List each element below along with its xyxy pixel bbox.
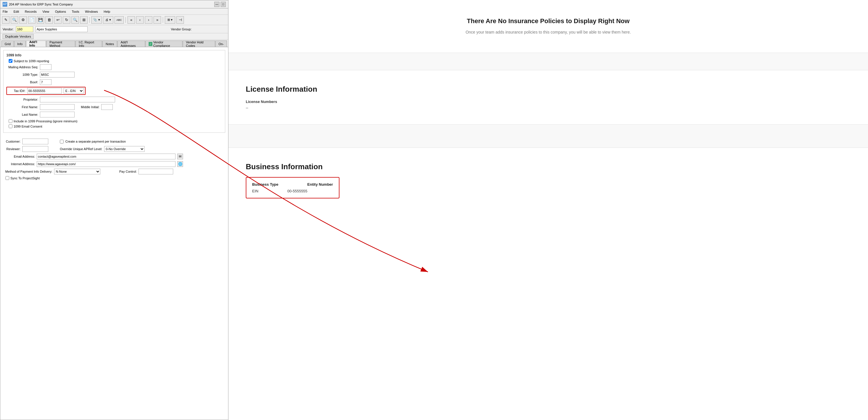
- tab-on[interactable]: On-: [215, 40, 227, 47]
- toolbar-search[interactable]: 🔍: [71, 16, 79, 24]
- maximize-button[interactable]: □: [221, 2, 226, 7]
- toolbar-delete[interactable]: 🗑: [45, 16, 53, 24]
- pay-control-input[interactable]: [138, 169, 173, 174]
- pay-control-label: Pay Control:: [105, 170, 137, 173]
- content-area: 1099 Info Subject to 1099 reporting Mail…: [0, 47, 228, 420]
- proprietor-input[interactable]: [40, 97, 115, 102]
- toolbar-grid[interactable]: ⊞: [80, 16, 88, 24]
- right-panel: There Are No Insurance Policies to Displ…: [228, 0, 868, 420]
- business-section: Business Information Business Type Entit…: [228, 148, 868, 213]
- toolbar-abc[interactable]: ABC: [115, 16, 124, 24]
- app-icon: AP: [3, 2, 7, 7]
- tab-addl-info[interactable]: Add'l Info: [26, 40, 46, 47]
- toolbar-settings[interactable]: ⚙: [19, 16, 27, 24]
- tax-id-label: Tax ID#:: [8, 89, 26, 93]
- sync-projectsight-label: Sync To ProjectSight: [10, 176, 40, 180]
- subject-1099-checkbox[interactable]: [9, 59, 12, 63]
- separate-payment-checkbox[interactable]: [60, 140, 64, 144]
- include-1099-label: Include in 1099 Processing (ignore minim…: [13, 119, 78, 123]
- include-1099-checkbox[interactable]: [9, 119, 12, 123]
- middle-initial-input[interactable]: [101, 104, 113, 110]
- business-table: Business Type Entity Number EIN 00-55555…: [246, 177, 339, 199]
- sync-projectsight-checkbox[interactable]: [5, 176, 9, 180]
- entity-number-header: Entity Number: [307, 182, 333, 186]
- business-type-value: EIN: [252, 189, 258, 193]
- toolbar-print[interactable]: 🖨 ▾: [103, 16, 113, 24]
- reviewer-input[interactable]: [22, 146, 48, 152]
- internet-address-input[interactable]: [37, 161, 176, 167]
- tab-addl-addresses[interactable]: Add'l Addresses: [117, 40, 145, 47]
- 1099-type-input[interactable]: [40, 72, 74, 78]
- toolbar-end[interactable]: ⊣: [176, 16, 184, 24]
- duplicate-vendors-button[interactable]: Duplicate Vendors: [3, 34, 34, 39]
- tabs-row: Grid Info Add'l Info Payment Method I.C.…: [0, 40, 228, 47]
- toolbar-first[interactable]: «: [127, 16, 135, 24]
- vendor-row: Vendor: Vendor Group:: [0, 25, 228, 33]
- menu-records[interactable]: Records: [24, 9, 38, 13]
- last-name-label: Last Name:: [6, 113, 38, 116]
- duplicate-vendors-bar: Duplicate Vendors: [0, 33, 228, 40]
- toolbar: ✎ 🔍 ⚙ 📄 💾 🗑 ↩ ↻ 🔍 ⊞ 📎 ▾ 🖨 ▾ ABC « ‹ › » …: [0, 15, 228, 25]
- mailing-address-input[interactable]: [40, 64, 52, 70]
- tab-vendor-compliance[interactable]: ✓ Vendor Compliance: [146, 40, 182, 47]
- first-name-label: First Name:: [6, 105, 38, 109]
- toolbar-refresh[interactable]: ↻: [63, 16, 70, 24]
- customer-label: Customer:: [3, 140, 21, 143]
- override-select[interactable]: 0-No Override 1-Override: [104, 146, 145, 152]
- toolbar-next[interactable]: ›: [145, 16, 152, 24]
- toolbar-attach[interactable]: 📎 ▾: [91, 16, 102, 24]
- minimize-button[interactable]: —: [214, 2, 219, 7]
- tab-vendor-hold-codes[interactable]: Vendor Hold Codes: [183, 40, 215, 47]
- menu-tools[interactable]: Tools: [70, 9, 81, 13]
- toolbar-doc[interactable]: 📄: [28, 16, 36, 24]
- toolbar-last[interactable]: »: [154, 16, 161, 24]
- toolbar-undo[interactable]: ↩: [54, 16, 62, 24]
- toolbar-new[interactable]: ✎: [2, 16, 9, 24]
- menu-windows[interactable]: Windows: [84, 9, 99, 13]
- menu-file[interactable]: File: [1, 9, 9, 13]
- menu-edit[interactable]: Edit: [12, 9, 20, 13]
- tax-id-highlighted-row: Tax ID#: E - EIN S - SSN O - Other: [6, 87, 86, 95]
- toolbar-table[interactable]: ⊞ ▾: [165, 16, 175, 24]
- customer-input[interactable]: [22, 139, 48, 144]
- email-address-input[interactable]: [37, 154, 176, 159]
- toolbar-prev[interactable]: ‹: [136, 16, 144, 24]
- title-bar: AP 204 AP Vendors for ERP Sync Test Comp…: [0, 0, 228, 8]
- first-name-row: First Name: Middle Initial:: [6, 104, 222, 110]
- proprietor-label: Proprietor:: [6, 98, 38, 101]
- business-table-row: EIN 00-5555555: [252, 189, 333, 193]
- email-address-row: Email Address: ✉: [3, 154, 225, 159]
- window-title: 204 AP Vendors for ERP Sync Test Company: [9, 3, 73, 6]
- last-name-input[interactable]: [40, 112, 74, 117]
- email-icon-button[interactable]: ✉: [177, 154, 183, 159]
- menu-options[interactable]: Options: [54, 9, 67, 13]
- first-name-input[interactable]: [40, 104, 74, 110]
- vendor-number-input[interactable]: [16, 26, 33, 32]
- tab-payment-method[interactable]: Payment Method: [46, 40, 75, 47]
- mailing-address-label: Mailing Address Seq:: [6, 65, 38, 69]
- menu-help[interactable]: Help: [103, 9, 112, 13]
- license-section: License Information License Numbers --: [228, 70, 868, 125]
- box-num-input[interactable]: [40, 79, 52, 85]
- separator-3: [163, 17, 163, 23]
- license-numbers-label: License Numbers: [246, 99, 851, 104]
- method-pay-select[interactable]: N-None E-Email F-Fax: [54, 169, 100, 174]
- section-1099: 1099 Info Subject to 1099 reporting Mail…: [3, 50, 225, 133]
- insurance-title: There Are No Insurance Policies to Displ…: [252, 17, 845, 25]
- email-consent-checkbox[interactable]: [9, 124, 12, 128]
- tax-id-type-select[interactable]: E - EIN S - SSN O - Other: [64, 88, 84, 94]
- tab-ic-report[interactable]: I.C. Report Info: [75, 40, 102, 47]
- toolbar-save[interactable]: 💾: [37, 16, 44, 24]
- email-address-label: Email Address:: [3, 155, 35, 158]
- spacer-1: [228, 53, 868, 70]
- tab-notes[interactable]: Notes: [102, 40, 117, 47]
- email-consent-row: 1099 Email Consent: [9, 124, 222, 128]
- menu-view[interactable]: View: [41, 9, 51, 13]
- tab-grid[interactable]: Grid: [1, 40, 14, 47]
- tab-info[interactable]: Info: [14, 40, 26, 47]
- include-1099-row: Include in 1099 Processing (ignore minim…: [9, 119, 222, 123]
- vendor-name-input[interactable]: [36, 26, 88, 32]
- globe-icon-button[interactable]: 🌐: [177, 161, 183, 167]
- toolbar-find[interactable]: 🔍: [11, 16, 18, 24]
- tax-id-input[interactable]: [27, 88, 62, 94]
